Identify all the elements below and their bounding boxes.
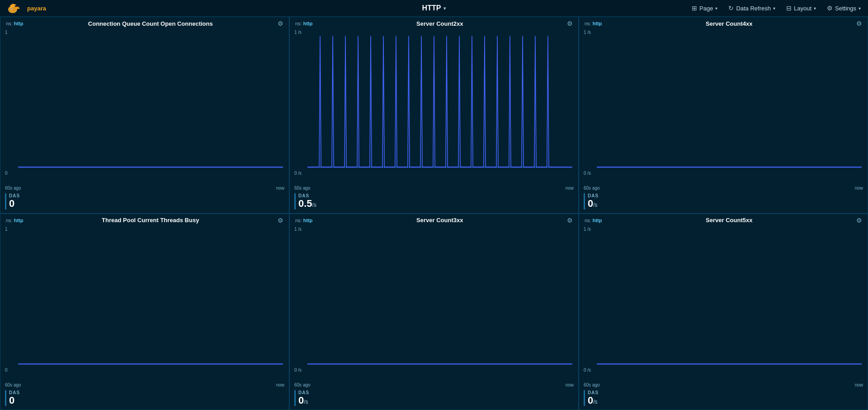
panel-3-svg — [583, 29, 864, 185]
panel-5-ns: ns: http — [295, 218, 313, 223]
panel-5-timeline: 60s ago now — [290, 382, 578, 388]
panel-4-value-block: DAS 0 — [5, 390, 20, 406]
panel-1-header: ns: http Connection Queue Count Open Con… — [0, 17, 289, 29]
panel-3-unit: /s — [593, 202, 597, 208]
panel-4-title: Thread Pool Current Threads Busy — [26, 217, 275, 224]
panel-1-value-row: DAS 0 — [0, 191, 289, 213]
panel-3-value-row: DAS 0/s — [579, 191, 868, 213]
panel-5-time-right: now — [566, 382, 574, 387]
dashboard-grid: ns: http Connection Queue Count Open Con… — [0, 17, 868, 410]
top-navbar: payara HTTP ▾ ⊞ Page ▾ ↻ Data Refresh ▾ … — [0, 0, 868, 17]
panel-3-timeline: 60s ago now — [579, 185, 868, 191]
panel-2-value: 0.5/s — [298, 198, 316, 209]
panel-6-timeline: 60s ago now — [579, 382, 868, 388]
layout-dropdown-icon: ▾ — [814, 6, 816, 11]
panel-4-ns: ns: http — [6, 218, 24, 223]
panel-1-title: Connection Queue Count Open Connections — [26, 20, 275, 27]
panel-5-chart: 1 /s 0 /s — [290, 226, 578, 382]
panel-3-title: Server Count4xx — [605, 20, 854, 27]
http-dropdown-icon[interactable]: ▾ — [443, 6, 446, 11]
layout-nav-item[interactable]: ⊟ Layout ▾ — [786, 5, 816, 12]
settings-nav-item[interactable]: ⚙ Settings ▾ — [827, 5, 861, 12]
panel-6-time-right: now — [855, 382, 863, 387]
panel-server-2xx: ns: http Server Count2xx ⚙ 1 /s 0 /s 60s… — [289, 17, 579, 214]
panel-2-chart: 1 /s 0 /s — [290, 29, 578, 185]
panel-6-ns: ns: http — [585, 218, 602, 223]
panel-connection-queue: ns: http Connection Queue Count Open Con… — [0, 17, 289, 214]
panel-6-value: 0/s — [588, 395, 599, 406]
panel-2-y-top: 1 /s — [294, 30, 302, 35]
panel-1-gear-icon[interactable]: ⚙ — [278, 20, 283, 27]
panel-6-y-bottom: 0 /s — [584, 368, 591, 373]
layout-label: Layout — [794, 5, 811, 12]
panel-3-time-right: now — [855, 186, 863, 191]
panel-2-time-right: now — [566, 186, 574, 191]
panel-3-y-bottom: 0 /s — [584, 171, 591, 176]
panel-2-gear-icon[interactable]: ⚙ — [567, 20, 573, 27]
panel-6-value-block: DAS 0/s — [584, 390, 599, 406]
panel-4-time-left: 60s ago — [5, 382, 21, 387]
panel-6-svg — [583, 226, 864, 382]
panel-6-gear-icon[interactable]: ⚙ — [856, 217, 862, 224]
panel-1-value-block: DAS 0 — [5, 193, 20, 209]
panel-2-value-row: DAS 0.5/s — [290, 191, 578, 213]
panel-1-chart: 1 0 — [0, 29, 289, 185]
panel-1-timeline: 60s ago now — [0, 185, 289, 191]
svg-text:payara: payara — [27, 5, 47, 12]
panel-1-ns: ns: http — [6, 21, 24, 26]
panel-5-gear-icon[interactable]: ⚙ — [567, 217, 573, 224]
panel-5-header: ns: http Server Count3xx ⚙ — [290, 214, 578, 226]
refresh-nav-item[interactable]: ↻ Data Refresh ▾ — [728, 5, 775, 12]
panel-3-chart: 1 /s 0 /s — [579, 29, 868, 185]
svg-point-2 — [11, 8, 12, 9]
panel-2-time-left: 60s ago — [294, 186, 311, 191]
panel-1-y-top: 1 — [5, 30, 8, 35]
panel-6-time-left: 60s ago — [584, 382, 600, 387]
panel-5-unit: /s — [304, 399, 308, 405]
panel-5-time-left: 60s ago — [294, 382, 311, 387]
panel-3-value: 0/s — [588, 198, 599, 209]
page-title-area: HTTP ▾ — [422, 4, 446, 12]
panel-2-value-block: DAS 0.5/s — [294, 193, 316, 209]
panel-3-value-block: DAS 0/s — [584, 193, 599, 209]
settings-icon: ⚙ — [827, 5, 833, 12]
panel-2-timeline: 60s ago now — [290, 185, 578, 191]
layout-icon: ⊟ — [786, 5, 792, 12]
refresh-label: Data Refresh — [736, 5, 771, 12]
panel-5-y-top: 1 /s — [294, 227, 302, 232]
panel-4-timeline: 60s ago now — [0, 382, 289, 388]
panel-4-y-bottom: 0 — [5, 368, 8, 373]
panel-6-unit: /s — [593, 399, 597, 405]
panel-server-3xx: ns: http Server Count3xx ⚙ 1 /s 0 /s 60s… — [289, 214, 579, 410]
panel-5-svg — [293, 226, 575, 382]
panel-2-y-bottom: 0 /s — [294, 171, 302, 176]
panel-server-4xx: ns: http Server Count4xx ⚙ 1 /s 0 /s 60s… — [579, 17, 868, 214]
panel-5-value: 0/s — [298, 395, 309, 406]
payara-text-logo: payara — [27, 4, 52, 12]
panel-4-gear-icon[interactable]: ⚙ — [278, 217, 283, 224]
settings-label: Settings — [835, 5, 856, 12]
panel-thread-pool: ns: http Thread Pool Current Threads Bus… — [0, 214, 289, 410]
panel-6-y-top: 1 /s — [584, 227, 591, 232]
panel-2-header: ns: http Server Count2xx ⚙ — [290, 17, 578, 29]
panel-5-title: Server Count3xx — [316, 217, 565, 224]
panel-1-y-bottom: 0 — [5, 171, 8, 176]
refresh-icon: ↻ — [728, 5, 734, 12]
panel-1-time-left: 60s ago — [5, 186, 21, 191]
panel-4-header: ns: http Thread Pool Current Threads Bus… — [0, 214, 289, 226]
panel-5-value-block: DAS 0/s — [294, 390, 309, 406]
panel-5-y-bottom: 0 /s — [294, 368, 302, 373]
panel-3-y-top: 1 /s — [584, 30, 591, 35]
panel-4-chart: 1 0 — [0, 226, 289, 382]
panel-3-gear-icon[interactable]: ⚙ — [856, 20, 862, 27]
panel-2-svg — [293, 29, 575, 185]
panel-4-value-row: DAS 0 — [0, 388, 289, 410]
page-nav-item[interactable]: ⊞ Page ▾ — [692, 5, 717, 12]
panel-4-value: 0 — [9, 395, 20, 406]
panel-6-header: ns: http Server Count5xx ⚙ — [579, 214, 868, 226]
panel-4-svg — [4, 226, 285, 382]
panel-3-time-left: 60s ago — [584, 186, 600, 191]
nav-right-controls: ⊞ Page ▾ ↻ Data Refresh ▾ ⊟ Layout ▾ ⚙ S… — [692, 5, 861, 12]
page-icon: ⊞ — [692, 5, 697, 12]
panel-6-value-row: DAS 0/s — [579, 388, 868, 410]
